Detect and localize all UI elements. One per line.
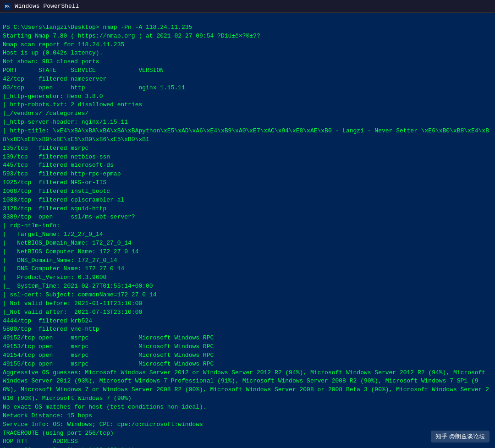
terminal-line: | NetBIOS_Computer_Name: 172_27_0_14 (3, 248, 492, 257)
terminal-window[interactable]: PS C:\Users\langzi\Desktop> nmap -Pn -A … (0, 13, 495, 448)
terminal-line: TRACEROUTE (using port 256/tcp) (3, 429, 492, 438)
terminal-line: 49154/tcp open msrpc Microsoft Windows R… (3, 351, 492, 360)
terminal-line: Network Distance: 15 hops (3, 412, 492, 421)
svg-text:PS: PS (5, 4, 10, 9)
terminal-line: 80/tcp open http nginx 1.15.11 (3, 84, 492, 93)
terminal-line: 445/tcp filtered microsoft-ds (3, 161, 492, 170)
terminal-line: 1025/tcp filtered NFS-or-IIS (3, 179, 492, 187)
terminal-line: | NetBIOS_Domain_Name: 172_27_0_14 (3, 239, 492, 248)
terminal-line: 139/tcp filtered netbios-ssn (3, 153, 492, 162)
terminal-line: 42/tcp filtered nameserver (3, 75, 492, 84)
terminal-line: 3389/tcp open ssl/ms-wbt-server? (3, 213, 492, 222)
terminal-line: |_http-server-header: nginx/1.15.11 (3, 118, 492, 127)
terminal-line: Nmap scan report for 118.24.11.235 (3, 41, 492, 49)
terminal-line: PORT STATE SERVICE VERSION (3, 66, 492, 75)
terminal-line: 49155/tcp open msrpc Microsoft Windows R… (3, 360, 492, 369)
powershell-icon: PS (4, 3, 11, 10)
terminal-line: HOP RTT ADDRESS (3, 437, 492, 446)
terminal-line: | ssl-cert: Subject: commonName=172_27_0… (3, 291, 492, 300)
terminal-line: 5800/tcp filtered vnc-http (3, 325, 492, 334)
terminal-line: 593/tcp filtered http-rpc-epmap (3, 170, 492, 179)
terminal-line: | DNS_Computer_Name: 172_27_0_14 (3, 265, 492, 273)
terminal-line: | http-robots.txt: 2 disallowed entries (3, 101, 492, 109)
terminal-line: Not shown: 983 closed ports (3, 58, 492, 66)
terminal-line: 135/tcp filtered msrpc (3, 144, 492, 153)
terminal-line: 1068/tcp filtered instl_bootc (3, 187, 492, 196)
terminal-line: | Target_Name: 172_27_0_14 (3, 230, 492, 239)
terminal-line: |_ System_Time: 2021-02-27T01:55:14+00:0… (3, 282, 492, 291)
watermark-badge: 知乎 @朗兹谈论坛 (431, 431, 490, 443)
terminal-line: PS C:\Users\langzi\Desktop> nmap -Pn -A … (3, 23, 492, 32)
terminal-line: 1 1.00 ms localhost (192.168.1.1) (3, 446, 492, 448)
terminal-line: |_Not valid after: 2021-07-13T23:10:00 (3, 308, 492, 317)
title-bar-label: Windows PowerShell (15, 3, 79, 10)
terminal-line: 3128/tcp filtered squid-http (3, 205, 492, 213)
terminal-line: Starting Nmap 7.80 ( https://nmap.org ) … (3, 32, 492, 41)
terminal-line: |_http-title: \xE4\xBA\xBA\xBA\xBA\xBApy… (3, 127, 492, 144)
terminal-line: No exact OS matches for host (test condi… (3, 403, 492, 412)
terminal-line: |_/vendors/ /categories/ (3, 109, 492, 118)
terminal-line: | DNS_Domain_Name: 172_27_0_14 (3, 257, 492, 265)
terminal-line: 49153/tcp open msrpc Microsoft Windows R… (3, 343, 492, 351)
terminal-line: |_http-generator: Hexo 3.8.0 (3, 93, 492, 101)
terminal-line: Aggressive OS guesses: Microsoft Windows… (3, 369, 492, 403)
terminal-line: | rdp-ntlm-info: (3, 222, 492, 230)
terminal-line: 1088/tcp filtered cplscrambler-al (3, 196, 492, 205)
terminal-line: | Product_Version: 6.3.9600 (3, 273, 492, 282)
terminal-line: Host is up (0.042s latency). (3, 49, 492, 58)
terminal-line: Service Info: OS: Windows; CPE: cpe:/o:m… (3, 421, 492, 429)
terminal-line: 49152/tcp open msrpc Microsoft Windows R… (3, 334, 492, 343)
terminal-line: 4444/tcp filtered krb524 (3, 317, 492, 326)
terminal-line: | Not valid before: 2021-01-11T23:10:00 (3, 300, 492, 308)
title-bar: PS Windows PowerShell (0, 0, 495, 13)
